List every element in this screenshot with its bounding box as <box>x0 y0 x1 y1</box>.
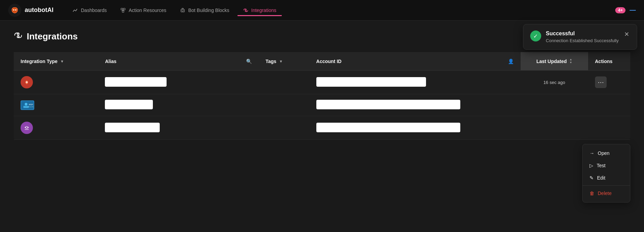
integration-type-filter-icon[interactable]: ▼ <box>60 59 64 63</box>
th-last-updated: Last Updated ▲ ▼ <box>521 52 588 71</box>
th-account-id: Account ID 👤 <box>309 52 521 71</box>
dropdown-item-delete[interactable]: 🗑 Delete <box>583 187 630 199</box>
table-row <box>14 116 630 140</box>
svg-rect-5 <box>122 11 124 12</box>
alias-input-2[interactable] <box>105 100 153 109</box>
logo-icon <box>8 4 21 17</box>
last-updated-sort-icon[interactable]: ▲ ▼ <box>570 58 572 64</box>
account-id-cell-1 <box>309 71 521 94</box>
dropdown-item-open[interactable]: → Open <box>583 147 630 159</box>
alias-cell-2 <box>98 94 258 116</box>
integration-type-cell-2: MISP Threat Sharing <box>14 94 98 116</box>
integrations-icon <box>243 8 248 13</box>
dropdown-item-edit[interactable]: ✎ Edit <box>583 172 630 184</box>
table-row: 16 sec ago ⋯ <box>14 71 630 94</box>
page-title-icon <box>14 31 23 42</box>
toast-close-button[interactable]: ✕ <box>623 30 630 38</box>
svg-point-10 <box>182 10 182 11</box>
data-table: Integration Type ▼ Alias 🔍 Tags ▼ <box>14 52 630 140</box>
account-input-3[interactable] <box>316 123 460 132</box>
notification-badge[interactable]: 4+ <box>615 7 625 13</box>
actions-cell-3 <box>588 116 630 140</box>
tags-cell-3 <box>259 116 309 140</box>
action-resources-icon <box>120 8 126 13</box>
alias-cell-1 <box>98 71 258 94</box>
bot-icon <box>180 8 185 13</box>
nav-item-integrations[interactable]: Integrations <box>238 5 282 16</box>
th-integration-type: Integration Type ▼ <box>14 52 98 71</box>
alias-search-icon[interactable]: 🔍 <box>246 59 252 64</box>
nav-item-action-resources[interactable]: Action Resources <box>115 5 172 16</box>
logo-text: autobotAI <box>25 7 53 14</box>
dropdown-divider <box>583 185 630 186</box>
minimize-button[interactable]: — <box>630 7 636 14</box>
table-row: MISP Threat Sharing <box>14 94 630 116</box>
integration-type-cell-1 <box>14 71 98 94</box>
logo-area: autobotAI <box>8 4 53 17</box>
timestamp-cell-2 <box>521 94 588 116</box>
svg-point-2 <box>15 9 16 11</box>
toast-title: Successful <box>546 30 619 37</box>
integration-icon-1 <box>21 76 33 88</box>
row-action-dots-1[interactable]: ⋯ <box>595 76 607 88</box>
header-right: 4+ — <box>615 7 636 14</box>
app-header: autobotAI Dashboards Action <box>0 0 644 21</box>
open-icon: → <box>590 150 594 156</box>
th-actions: Actions <box>588 52 630 71</box>
integration-icon-3 <box>21 122 33 134</box>
integrations-table: Integration Type ▼ Alias 🔍 Tags ▼ <box>14 52 630 140</box>
timestamp-cell-1: 16 sec ago <box>521 71 588 94</box>
svg-text:MISP: MISP <box>29 103 33 106</box>
alias-input-1[interactable] <box>105 77 167 87</box>
toast-content: Successful Connection Established Succes… <box>546 30 619 43</box>
svg-text:Threat Sharing: Threat Sharing <box>28 106 34 108</box>
actions-cell-2 <box>588 94 630 116</box>
svg-rect-9 <box>182 8 183 9</box>
svg-rect-24 <box>23 124 30 131</box>
svg-point-18 <box>26 81 28 83</box>
account-id-person-icon: 👤 <box>508 59 514 64</box>
nav-item-dashboards[interactable]: Dashboards <box>67 5 112 16</box>
active-underline <box>238 15 282 16</box>
account-input-1[interactable] <box>316 77 426 87</box>
alias-input-3[interactable] <box>105 123 160 132</box>
svg-rect-8 <box>181 9 184 12</box>
nav-item-bot-building-blocks[interactable]: Bot Building Blocks <box>174 5 235 16</box>
account-id-cell-2 <box>309 94 521 116</box>
tags-cell-1 <box>259 71 309 94</box>
main-nav: Dashboards Action Resources <box>67 5 615 16</box>
tags-filter-icon[interactable]: ▼ <box>279 59 283 63</box>
account-input-2[interactable] <box>316 100 460 109</box>
dropdown-item-test[interactable]: ▷ Test <box>583 159 630 172</box>
svg-rect-3 <box>121 8 123 10</box>
delete-icon: 🗑 <box>590 191 594 196</box>
toast-message: Connection Established Successfully <box>546 38 619 43</box>
edit-icon: ✎ <box>590 175 594 181</box>
alias-cell-3 <box>98 116 258 140</box>
table-header: Integration Type ▼ Alias 🔍 Tags ▼ <box>14 52 630 71</box>
tags-cell-2 <box>259 94 309 116</box>
toast-notification: ✓ Successful Connection Established Succ… <box>523 24 637 50</box>
svg-point-1 <box>13 9 14 11</box>
toast-success-icon: ✓ <box>530 30 541 41</box>
page-title-text: Integrations <box>27 31 78 42</box>
dashboard-icon <box>73 8 78 13</box>
th-alias: Alias 🔍 <box>98 52 258 71</box>
test-icon: ▷ <box>590 163 593 168</box>
svg-point-20 <box>25 103 27 106</box>
integration-icon-2: MISP Threat Sharing <box>21 100 34 110</box>
svg-rect-4 <box>123 8 125 10</box>
action-dropdown-menu: → Open ▷ Test ✎ Edit 🗑 Delete <box>582 144 630 203</box>
th-tags: Tags ▼ <box>259 52 309 71</box>
integration-type-cell-3 <box>14 116 98 140</box>
actions-cell-1: ⋯ <box>588 71 630 94</box>
timestamp-cell-3 <box>521 116 588 140</box>
timestamp-1: 16 sec ago <box>543 80 565 85</box>
svg-rect-28 <box>25 129 29 130</box>
svg-point-11 <box>183 10 184 11</box>
table-body: 16 sec ago ⋯ MISP <box>14 71 630 140</box>
account-id-cell-3 <box>309 116 521 140</box>
